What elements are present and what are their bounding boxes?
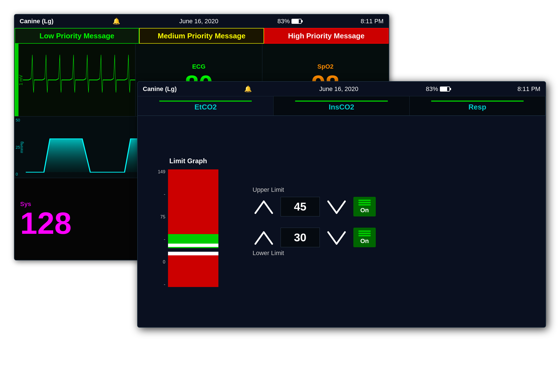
ecg-mv-label: 1 mV — [18, 75, 24, 85]
limit-bar-white-lower — [168, 252, 218, 255]
lower-limit-row: 30 On — [253, 228, 537, 247]
back-date-label: June 16, 2020 — [179, 18, 218, 25]
front-monitor: Canine (Lg) 🔔 June 16, 2020 83% 8:11 PM … — [137, 81, 546, 328]
low-priority-label: Low Priority Message — [39, 32, 114, 40]
upper-limit-row: 45 On — [253, 197, 537, 216]
scale-mid: 75 — [158, 214, 165, 220]
spo2-label: SpO2 — [318, 63, 333, 70]
upper-on-line-2 — [358, 202, 371, 203]
ecg-green-bar — [15, 44, 18, 116]
lower-limit-down-arrow-icon — [327, 230, 346, 245]
tab-resp[interactable]: Resp — [410, 96, 545, 115]
capno-scale-bot: 0 — [16, 172, 20, 176]
limit-graph-container: Limit Graph 149 - 75 - 0 - — [146, 157, 230, 287]
limit-graph-inner: 149 - 75 - 0 - — [158, 169, 219, 287]
tab-etco2-label: EtCO2 — [194, 103, 216, 111]
lower-on-label: On — [360, 237, 369, 245]
scale-dash-3: - — [158, 282, 165, 287]
battery-fill — [292, 19, 299, 23]
limit-bar-wrapper — [168, 169, 218, 287]
upper-limit-group: Upper Limit 45 — [253, 186, 537, 216]
lower-limit-value-box[interactable]: 30 — [281, 228, 320, 247]
controls-area: Upper Limit 45 — [241, 186, 537, 258]
tab-etco2[interactable]: EtCO2 — [138, 96, 274, 115]
limit-graph-scale: 149 - 75 - 0 - — [158, 169, 165, 287]
back-battery: 83% — [277, 18, 302, 25]
upper-on-line-1 — [358, 200, 371, 201]
tab-insco2-label: InsCO2 — [329, 103, 354, 111]
medium-priority-label: Medium Priority Message — [158, 32, 246, 40]
upper-limit-down-arrow-icon — [327, 199, 346, 214]
battery-icon — [291, 19, 302, 24]
front-monitor-header: Canine (Lg) 🔔 June 16, 2020 83% 8:11 PM — [138, 82, 545, 96]
tab-resp-indicator — [431, 101, 524, 102]
limit-bar-red-bottom — [168, 255, 218, 287]
lower-on-line-1 — [358, 230, 371, 232]
low-priority-panel[interactable]: Low Priority Message — [15, 28, 139, 44]
back-time-label: 8:11 PM — [361, 18, 384, 25]
lower-limit-on-button[interactable]: On — [353, 228, 376, 247]
scale-dash-1: - — [158, 192, 165, 197]
lower-limit-up-arrow-icon — [254, 230, 274, 245]
limit-bar-white-upper — [168, 244, 218, 247]
capno-mmhg-label: mmHg — [19, 141, 24, 153]
ecg-graph: 1 mV — [15, 44, 135, 116]
upper-limit-value-box[interactable]: 45 — [281, 197, 320, 216]
front-date-label: June 16, 2020 — [319, 85, 358, 93]
back-monitor-header: Canine (Lg) 🔔 June 16, 2020 83% 8:11 PM — [15, 15, 389, 28]
front-main-content: Limit Graph 149 - 75 - 0 - — [138, 116, 545, 328]
front-battery: 83% — [426, 85, 450, 93]
tab-resp-label: Resp — [468, 103, 486, 111]
lower-limit-label: Lower Limit — [253, 249, 537, 257]
limit-graph-title: Limit Graph — [169, 157, 207, 165]
front-battery-pct: 83% — [426, 85, 438, 93]
upper-on-label: On — [360, 207, 369, 214]
limit-bar-red-top — [168, 169, 218, 234]
scale-dash-2: - — [158, 237, 165, 242]
high-priority-panel[interactable]: High Priority Message — [264, 28, 389, 44]
scale-top: 149 — [158, 169, 165, 174]
upper-limit-up-arrow-icon — [254, 199, 274, 214]
ecg-label: ECG — [192, 63, 206, 70]
lower-limit-down-button[interactable] — [325, 229, 348, 246]
front-battery-fill — [440, 87, 447, 91]
upper-on-line-3 — [358, 204, 371, 206]
upper-limit-on-button[interactable]: On — [353, 197, 376, 216]
upper-limit-down-button[interactable] — [325, 198, 348, 215]
back-patient-label: Canine (Lg) — [20, 18, 53, 25]
upper-limit-value: 45 — [294, 200, 307, 213]
tab-insco2[interactable]: InsCO2 — [274, 96, 409, 115]
back-battery-pct: 83% — [277, 18, 290, 25]
tab-etco2-indicator — [159, 101, 252, 102]
front-battery-icon — [440, 87, 450, 92]
bp-sys-value: 128 — [20, 208, 72, 239]
upper-limit-label: Upper Limit — [253, 186, 537, 193]
tab-row: EtCO2 InsCO2 Resp — [138, 96, 545, 116]
ecg-waveform-svg — [23, 44, 135, 116]
high-priority-label: High Priority Message — [288, 32, 365, 40]
scale-bot: 0 — [158, 260, 165, 265]
bell-icon: 🔔 — [113, 18, 120, 25]
scene: Canine (Lg) 🔔 June 16, 2020 83% 8:11 PM … — [14, 14, 546, 378]
tab-insco2-indicator — [295, 101, 388, 102]
priority-bar: Low Priority Message Medium Priority Mes… — [15, 28, 389, 44]
front-bell-icon: 🔔 — [244, 85, 252, 93]
upper-on-lines-icon — [358, 200, 371, 206]
lower-on-line-2 — [358, 233, 371, 234]
medium-priority-panel[interactable]: Medium Priority Message — [139, 28, 264, 44]
upper-limit-up-button[interactable] — [253, 198, 275, 215]
front-patient-label: Canine (Lg) — [143, 85, 177, 93]
capno-scale-top: 50 — [16, 118, 20, 122]
lower-limit-value: 30 — [294, 231, 307, 244]
lower-limit-up-button[interactable] — [253, 229, 275, 246]
front-time-label: 8:11 PM — [517, 85, 540, 93]
lower-limit-group: 30 On — [253, 228, 537, 258]
lower-on-lines-icon — [358, 230, 371, 236]
lower-on-line-3 — [358, 235, 371, 236]
